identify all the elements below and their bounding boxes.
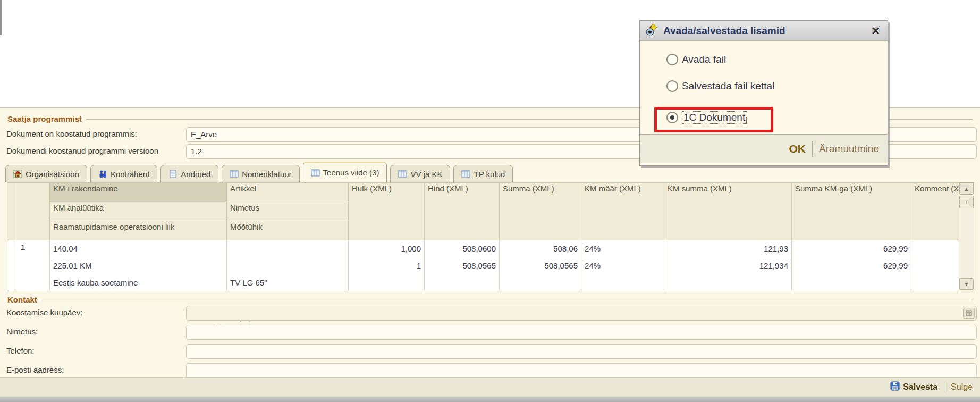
col-header-km-rakendamine[interactable]: KM-i rakendamine xyxy=(50,183,227,202)
tab-tp-kulud[interactable]: TP kulud xyxy=(453,165,513,182)
scrollbar-thumb[interactable]: ⁞ xyxy=(959,196,974,208)
phone-input[interactable] xyxy=(186,344,977,359)
radio-option-label: Avada fail xyxy=(682,54,726,65)
col-header-hind[interactable]: Hind (XML) xyxy=(425,183,500,240)
dialog-body: Avada fail Salvestada fail kettal 1C Dok… xyxy=(640,41,888,134)
scrollbar-track[interactable] xyxy=(959,208,974,278)
radio-option-avada-fail[interactable]: Avada fail xyxy=(666,54,726,65)
cell-komment[interactable] xyxy=(911,240,959,291)
dialog-titlebar[interactable]: Avada/salvestada lisamid ✕ xyxy=(640,21,888,41)
cell-km-maar[interactable]: 24% xyxy=(581,257,664,274)
cell-summa-kmga[interactable]: 629,99 xyxy=(792,240,911,257)
cell-hulk[interactable]: 1,000 xyxy=(349,240,425,257)
row-number-cell: 1 xyxy=(15,240,50,291)
header-rownum-cell xyxy=(15,183,50,240)
cell-account[interactable]: 225.01 KM xyxy=(50,257,227,274)
footer-command-bar: Salvesta Sulge xyxy=(0,377,980,397)
cell-article[interactable] xyxy=(227,257,349,274)
tab-organisatsioon[interactable]: Organisatsioon xyxy=(5,165,87,182)
cell-km-summa[interactable] xyxy=(664,274,792,291)
name-input[interactable] xyxy=(186,325,977,340)
radio-option-1c-dokument[interactable]: 1C Dokument xyxy=(666,111,747,124)
cell-hulk[interactable]: 1 xyxy=(349,257,425,274)
col-header-km-maar[interactable]: KM määr (XML) xyxy=(581,183,664,240)
cell-hind[interactable]: 508,0600 xyxy=(425,240,500,257)
program-input-value: E_Arve xyxy=(191,130,217,139)
cell-account[interactable]: Eestis kauba soetamine xyxy=(50,274,227,291)
tab-kontrahent[interactable]: Kontrahent xyxy=(90,165,157,182)
dialog-button-bar: OK Äramuutmine xyxy=(640,134,888,163)
table-row[interactable]: 1 140.04 1,000 508,0600 508,06 24% 121,9… xyxy=(7,240,959,257)
dialog-button-separator xyxy=(812,141,813,157)
email-field-label: E-posti aadress: xyxy=(6,365,64,374)
cell-account[interactable]: 140.04 xyxy=(50,240,227,257)
cell-article[interactable]: TV LG 65" xyxy=(227,274,349,291)
table-scrollbar[interactable]: ▲ ⁞ ▼ xyxy=(959,182,974,290)
cell-km-summa[interactable]: 121,934 xyxy=(664,257,792,274)
col-header-summa[interactable]: Summa (XML) xyxy=(500,183,581,240)
cell-hind[interactable]: 508,0565 xyxy=(425,257,500,274)
cell-summa[interactable]: 508,0565 xyxy=(500,257,581,274)
col-header-km-analuutika[interactable]: KM analüütika xyxy=(50,202,227,221)
col-header-hulk[interactable]: Hulk (XML) xyxy=(349,183,425,240)
contact-group-header: Kontakt xyxy=(7,295,973,304)
col-header-mootuhik[interactable]: Mõõtühik xyxy=(227,221,349,240)
close-form-button[interactable]: Sulge xyxy=(951,382,974,392)
name-field-row: Nimetus: xyxy=(0,325,980,340)
cell-summa[interactable] xyxy=(500,274,581,291)
sender-group-title: Saatja programmist xyxy=(7,114,82,123)
cell-km-maar[interactable]: 24% xyxy=(581,240,664,257)
radio-option-label: 1C Dokument xyxy=(682,111,747,124)
col-header-km-summa[interactable]: KM summa (XML) xyxy=(664,183,792,240)
scroll-down-icon[interactable]: ▼ xyxy=(959,278,974,290)
email-input[interactable] xyxy=(186,363,977,378)
cell-km-maar[interactable] xyxy=(581,274,664,291)
col-header-artikkel[interactable]: Artikkel xyxy=(227,183,349,202)
tab-vv-ja-kk[interactable]: VV ja KK xyxy=(390,165,450,182)
version-field-label: Dokumendi koostanud programmi versioon xyxy=(6,146,158,155)
date-field-row: Koostamise kuupäev: . . : : xyxy=(0,306,980,321)
col-header-nimetus[interactable]: Nimetus xyxy=(227,202,349,221)
cell-article[interactable] xyxy=(227,240,349,257)
calendar-icon[interactable] xyxy=(963,308,975,319)
cell-summa-kmga[interactable]: 629,99 xyxy=(792,257,911,274)
table-icon xyxy=(230,170,239,178)
save-button-label: Salvesta xyxy=(903,382,937,392)
table-row[interactable]: 225.01 KM 1 508,0565 508,0565 24% 121,93… xyxy=(7,257,959,274)
tab-nomenklatuur[interactable]: Nomenklatuur xyxy=(222,165,299,182)
header-service-cell xyxy=(7,183,15,240)
col-header-summa-kmga[interactable]: Summa KM-ga (XML) xyxy=(792,183,911,240)
save-button[interactable]: Salvesta xyxy=(890,381,937,393)
creation-date-input[interactable]: . . : : xyxy=(186,306,977,321)
ok-button[interactable]: OK xyxy=(789,143,806,155)
people-icon xyxy=(98,170,107,178)
program-field-label: Dokument on koostatud programmis: xyxy=(6,129,137,138)
group-rule xyxy=(41,300,973,300)
radio-option-salvestada-fail[interactable]: Salvestada fail kettal xyxy=(666,80,774,92)
name-field-label: Nimetus: xyxy=(6,327,38,336)
close-icon[interactable]: ✕ xyxy=(869,24,882,37)
cell-km-summa[interactable]: 121,93 xyxy=(664,240,792,257)
cancel-button[interactable]: Äramuutmine xyxy=(819,143,879,155)
tab-label: Organisatsioon xyxy=(26,170,79,179)
tab-andmed[interactable]: Andmed xyxy=(160,165,218,182)
radio-selected-icon[interactable] xyxy=(666,112,678,123)
cell-hind[interactable] xyxy=(425,274,500,291)
tab-label: VV ja KK xyxy=(410,170,442,179)
cell-summa-kmga[interactable] xyxy=(792,274,911,291)
open-save-attachment-dialog: Avada/salvestada lisamid ✕ Avada fail Sa… xyxy=(639,20,888,166)
floppy-icon xyxy=(890,381,900,393)
radio-icon[interactable] xyxy=(666,54,678,65)
tab-label: Teenus viide (3) xyxy=(323,168,379,177)
scroll-up-icon[interactable]: ▲ xyxy=(959,183,974,195)
contact-group-title: Kontakt xyxy=(7,295,37,304)
cell-summa[interactable]: 508,06 xyxy=(500,240,581,257)
col-header-komment[interactable]: Komment (XML) xyxy=(911,183,959,240)
radio-icon[interactable] xyxy=(666,80,678,92)
version-input-value: 1.2 xyxy=(191,147,202,156)
footer-separator xyxy=(944,382,944,392)
col-header-operatsiooni-liik[interactable]: Raamatupidamise operatsiooni liik xyxy=(50,221,227,240)
tab-teenus-viide[interactable]: Teenus viide (3) xyxy=(303,162,387,182)
table-row[interactable]: Eestis kauba soetamine TV LG 65" xyxy=(7,274,959,291)
cell-hulk[interactable] xyxy=(349,274,425,291)
